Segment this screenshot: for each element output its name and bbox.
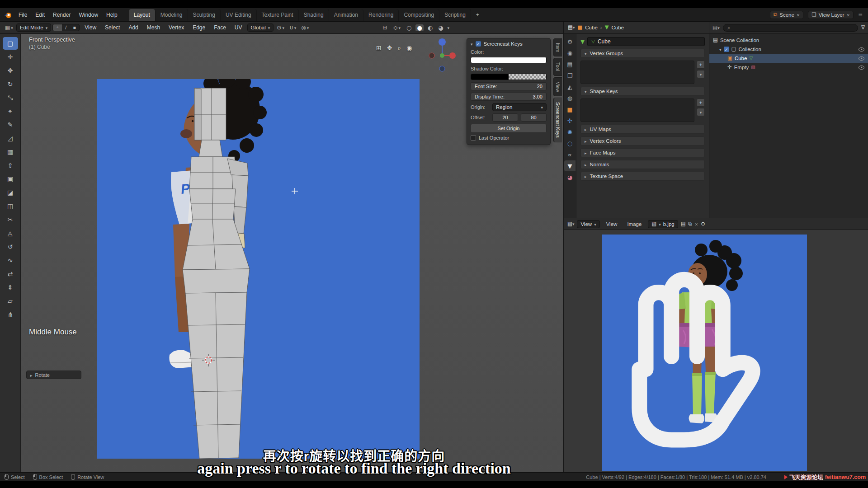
scene-unlink-icon[interactable] bbox=[797, 12, 800, 18]
tool-inset-faces[interactable]: ▣ bbox=[3, 173, 18, 185]
section-shape-keys[interactable]: Shape Keys bbox=[580, 87, 705, 96]
zoom-icon[interactable]: ⌕ bbox=[397, 45, 401, 51]
workspace-tab-texture-paint[interactable]: Texture Paint bbox=[257, 9, 299, 21]
tab-object-data[interactable]: ▼ bbox=[564, 160, 576, 171]
vertex-select-mode-button[interactable]: ◦ bbox=[53, 24, 62, 31]
menu-face[interactable]: Face bbox=[210, 23, 230, 32]
menu-add[interactable]: Add bbox=[125, 23, 142, 32]
sidebar-tab-screencast-keys[interactable]: Screencast Keys bbox=[553, 98, 562, 142]
shading-options-arrow[interactable] bbox=[447, 24, 449, 31]
menu-window[interactable]: Window bbox=[75, 8, 102, 22]
tool-scale[interactable]: ⤡ bbox=[3, 91, 18, 104]
view-layer-unlink-icon[interactable] bbox=[846, 12, 850, 18]
tool-measure[interactable]: ◿ bbox=[3, 132, 18, 145]
section-normals[interactable]: Normals bbox=[580, 160, 705, 169]
workspace-tab-shading[interactable]: Shading bbox=[299, 9, 329, 21]
editor-type-icon[interactable]: ▧ bbox=[567, 221, 574, 227]
view-layer-selector[interactable]: ❏ View Layer bbox=[808, 11, 854, 19]
font-size-slider[interactable]: Font Size:20 bbox=[471, 82, 547, 90]
unlink-image-icon[interactable] bbox=[695, 221, 698, 227]
navigation-gizmo[interactable] bbox=[428, 36, 457, 74]
tool-shear[interactable]: ▱ bbox=[3, 295, 18, 307]
show-overlays-icon[interactable]: ⊞ bbox=[381, 24, 389, 31]
hide-collection-eye-icon[interactable] bbox=[859, 47, 864, 52]
shading-solid-icon[interactable]: ● bbox=[415, 24, 423, 31]
workspace-tab-layout[interactable]: Layout bbox=[129, 9, 156, 21]
editor-type-icon[interactable]: ▤ bbox=[712, 25, 720, 30]
outliner-row-collection[interactable]: ▢ Collection bbox=[709, 45, 868, 54]
search-input[interactable] bbox=[732, 25, 854, 30]
tab-world[interactable]: ◍ bbox=[564, 93, 576, 103]
menu-file[interactable]: File bbox=[14, 8, 31, 22]
tool-loop-cut[interactable]: ◫ bbox=[3, 200, 18, 212]
collection-checkbox[interactable] bbox=[724, 47, 729, 52]
tool-extrude-region[interactable]: ⇧ bbox=[3, 159, 18, 172]
tab-physics[interactable]: ◌ bbox=[564, 138, 576, 149]
operator-panel-rotate[interactable]: Rotate bbox=[26, 371, 81, 379]
browse-image-icon[interactable]: ▤ bbox=[681, 221, 686, 227]
pan-icon[interactable]: ✥ bbox=[387, 45, 392, 51]
editor-type-icon[interactable]: ▤ bbox=[568, 25, 575, 30]
tool-select-box[interactable]: ▢ bbox=[3, 37, 18, 50]
menu-view[interactable]: View bbox=[81, 23, 100, 32]
shape-key-specials-button[interactable] bbox=[697, 108, 705, 116]
reference-image-plane[interactable]: PH bbox=[97, 79, 420, 459]
tab-render[interactable]: ◉ bbox=[564, 47, 576, 58]
menu-edge[interactable]: Edge bbox=[189, 23, 209, 32]
tool-smooth[interactable]: ∿ bbox=[3, 254, 18, 267]
origin-dropdown[interactable]: Region bbox=[492, 103, 547, 111]
section-uv-maps[interactable]: UV Maps bbox=[580, 125, 705, 134]
add-shape-key-button[interactable] bbox=[697, 99, 705, 107]
offset-y-field[interactable]: 80 bbox=[521, 113, 547, 122]
add-vertex-group-button[interactable] bbox=[697, 61, 705, 69]
tool-add-cube[interactable]: ▦ bbox=[3, 145, 18, 158]
sidebar-tab-view[interactable]: View bbox=[553, 77, 562, 97]
tool-spin[interactable]: ↺ bbox=[3, 240, 18, 253]
shading-rendered-icon[interactable]: ◕ bbox=[437, 24, 444, 31]
tab-modifiers[interactable]: ✢ bbox=[564, 115, 576, 126]
tab-material[interactable]: ◕ bbox=[564, 172, 576, 183]
workspace-tab-uv-editing[interactable]: UV Editing bbox=[221, 9, 257, 21]
tab-output[interactable]: ▤ bbox=[564, 59, 576, 70]
outliner-row-empty[interactable]: ✛ Empty ▧ bbox=[709, 63, 868, 72]
vertex-group-specials-button[interactable] bbox=[697, 70, 705, 78]
menu-mesh[interactable]: Mesh bbox=[143, 23, 164, 32]
tool-rotate[interactable]: ↻ bbox=[3, 78, 18, 90]
pin-icon[interactable]: ⊙ bbox=[701, 221, 705, 227]
color-swatch[interactable] bbox=[471, 57, 547, 63]
tool-cursor[interactable]: ✛ bbox=[3, 51, 18, 63]
tool-transform[interactable]: ⌖ bbox=[3, 105, 18, 117]
tool-shrink-fatten[interactable]: ⇕ bbox=[3, 281, 18, 294]
scene-selector[interactable]: ⧉ Scene bbox=[770, 11, 803, 19]
menu-vertex[interactable]: Vertex bbox=[165, 23, 188, 32]
tool-move[interactable]: ✥ bbox=[3, 64, 18, 77]
shape-keys-list[interactable] bbox=[580, 99, 694, 122]
workspace-tab-rendering[interactable]: Rendering bbox=[363, 9, 399, 21]
shadow-color-swatch[interactable] bbox=[471, 74, 547, 80]
transform-orientation-dropdown[interactable]: Global bbox=[247, 23, 274, 32]
menu-render[interactable]: Render bbox=[49, 8, 75, 22]
menu-help[interactable]: Help bbox=[102, 8, 122, 22]
section-vertex-colors[interactable]: Vertex Colors bbox=[580, 136, 705, 145]
expand-icon[interactable] bbox=[719, 47, 722, 52]
outliner-row-cube[interactable]: ▣ Cube ▽ bbox=[709, 54, 868, 63]
image-mode-dropdown[interactable]: View bbox=[577, 220, 599, 228]
menu-select[interactable]: Select bbox=[101, 23, 123, 32]
workspace-tab-scripting[interactable]: Scripting bbox=[439, 9, 471, 21]
last-operator-checkbox[interactable] bbox=[471, 135, 476, 141]
display-settings-icon[interactable]: ≡ bbox=[858, 12, 863, 18]
tool-knife[interactable]: ✂ bbox=[3, 213, 18, 226]
hide-cube-eye-icon[interactable] bbox=[859, 56, 864, 61]
grid-toggle-icon[interactable]: ⊞ bbox=[376, 45, 382, 51]
sidebar-tab-tool[interactable]: Tool bbox=[553, 58, 562, 75]
collapse-icon[interactable] bbox=[471, 41, 473, 47]
tool-poly-build[interactable]: ◬ bbox=[3, 227, 18, 239]
shading-material-icon[interactable]: ◐ bbox=[426, 24, 434, 31]
tool-rip-region[interactable]: ⋔ bbox=[3, 308, 18, 321]
section-vertex-groups[interactable]: Vertex Groups bbox=[580, 49, 705, 58]
tool-bevel[interactable]: ◪ bbox=[3, 186, 18, 199]
mode-dropdown[interactable]: Edit Mode bbox=[16, 23, 51, 32]
face-select-mode-button[interactable]: ▪ bbox=[70, 24, 79, 31]
workspace-tab-sculpting[interactable]: Sculpting bbox=[188, 9, 221, 21]
image-datablock-selector[interactable]: ▧ b.jpg bbox=[648, 220, 678, 228]
